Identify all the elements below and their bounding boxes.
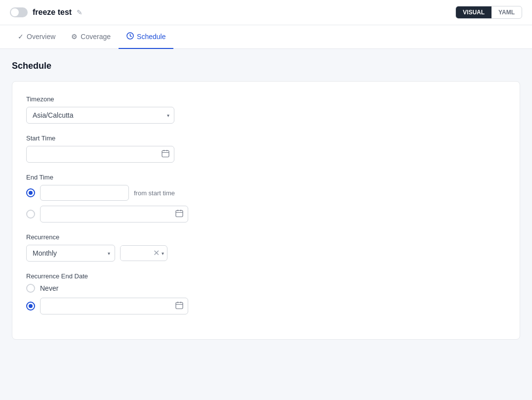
timezone-group: Timezone Asia/Calcutta UTC America/New_Y…	[26, 95, 506, 124]
clock-icon	[126, 32, 134, 41]
recurrence-date-radio[interactable]	[26, 302, 35, 311]
recurrence-end-date-group: Recurrence End Date Never Sunday, Decemb…	[26, 272, 506, 314]
recurrence-never-option: Never	[26, 284, 506, 293]
end-time-fixed-radio[interactable]	[26, 210, 35, 219]
recurrence-row: Monthly Daily Weekly Yearly ▾ 3 ✕ ▾	[26, 245, 506, 262]
end-time-date-input[interactable]: Friday, April 21, 2023 1:02 PM	[40, 206, 188, 222]
svg-rect-2	[176, 211, 183, 217]
end-time-fixed-option: Friday, April 21, 2023 1:02 PM	[26, 206, 506, 222]
timezone-label: Timezone	[26, 95, 506, 103]
recurrence-frequency-select[interactable]: Monthly Daily Weekly Yearly	[26, 245, 115, 262]
tab-schedule-label: Schedule	[137, 33, 165, 41]
tab-overview[interactable]: ✓ Overview	[10, 26, 63, 48]
start-time-input-wrapper: Friday, April 21, 2023 12:32 PM	[26, 146, 174, 163]
tab-coverage-label: Coverage	[81, 33, 111, 41]
nav-tabs: ✓ Overview ⚙ Coverage Schedule	[0, 25, 532, 49]
tab-schedule[interactable]: Schedule	[119, 25, 173, 49]
top-bar-left: freeze test ✎	[10, 7, 82, 17]
page-title: Schedule	[12, 61, 520, 71]
start-time-group: Start Time Friday, April 21, 2023 12:32 …	[26, 134, 506, 163]
main-content: Schedule Timezone Asia/Calcutta UTC Amer…	[0, 49, 532, 395]
app-title: freeze test	[33, 8, 72, 17]
view-toggle: VISUAL YAML	[455, 6, 522, 19]
duration-input[interactable]: 30m	[40, 185, 129, 201]
start-time-label: Start Time	[26, 134, 506, 142]
count-chevron-icon[interactable]: ▾	[162, 251, 164, 256]
recurrence-label: Recurrence	[26, 233, 506, 241]
end-time-offset-radio[interactable]	[26, 188, 35, 197]
end-time-group: End Time 30m from start time Friday, Apr…	[26, 174, 506, 222]
yaml-btn[interactable]: YAML	[491, 6, 522, 18]
from-start-label: from start time	[134, 189, 175, 197]
svg-rect-1	[162, 151, 169, 157]
timezone-select[interactable]: Asia/Calcutta UTC America/New_York Europ…	[26, 107, 174, 124]
tab-coverage[interactable]: ⚙ Coverage	[63, 26, 119, 48]
svg-rect-3	[176, 303, 183, 309]
visual-btn[interactable]: VISUAL	[456, 6, 491, 18]
check-icon: ✓	[18, 33, 24, 41]
gear-icon: ⚙	[71, 33, 78, 41]
recurrence-end-date-label: Recurrence End Date	[26, 272, 506, 280]
recurrence-select-wrapper: Monthly Daily Weekly Yearly ▾	[26, 245, 115, 262]
recurrence-never-label: Never	[40, 284, 58, 292]
top-bar: freeze test ✎ VISUAL YAML	[0, 0, 532, 25]
tab-overview-label: Overview	[27, 33, 55, 41]
toggle-switch[interactable]	[10, 7, 28, 17]
recurrence-never-radio[interactable]	[26, 284, 35, 293]
recurrence-end-date-input[interactable]: Sunday, December 31, 2023 11:59 PM	[40, 298, 188, 314]
start-calendar-icon[interactable]	[162, 150, 169, 159]
recurrence-end-date-option: Sunday, December 31, 2023 11:59 PM	[26, 298, 506, 314]
recurrence-date-wrapper: Sunday, December 31, 2023 11:59 PM	[40, 298, 188, 314]
schedule-card: Timezone Asia/Calcutta UTC America/New_Y…	[12, 81, 520, 340]
recurrence-calendar-icon[interactable]	[175, 302, 183, 311]
footer-bar: ‹ Back ↑ Save	[0, 395, 532, 400]
end-calendar-icon[interactable]	[175, 210, 183, 219]
start-time-input[interactable]: Friday, April 21, 2023 12:32 PM	[26, 146, 174, 163]
clear-count-icon[interactable]: ✕	[153, 249, 160, 257]
recurrence-count-input[interactable]: 3	[121, 246, 150, 261]
end-time-offset-option: 30m from start time	[26, 185, 506, 201]
edit-icon[interactable]: ✎	[77, 8, 82, 16]
timezone-select-wrapper: Asia/Calcutta UTC America/New_York Europ…	[26, 107, 174, 124]
recurrence-count-wrapper: 3 ✕ ▾	[120, 245, 167, 261]
recurrence-count-controls: ✕ ▾	[150, 249, 167, 257]
end-time-label: End Time	[26, 174, 506, 181]
end-time-date-wrapper: Friday, April 21, 2023 1:02 PM	[40, 206, 188, 222]
recurrence-group: Recurrence Monthly Daily Weekly Yearly ▾…	[26, 233, 506, 262]
